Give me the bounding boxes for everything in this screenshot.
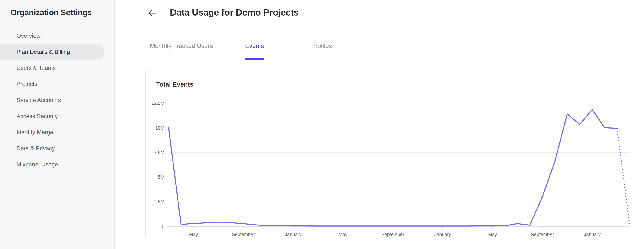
- tab-events[interactable]: Events: [245, 42, 264, 49]
- x-axis-label-7-september: September: [531, 232, 554, 237]
- total-events-card: Total Events 02.5M5M7.5M10M12.5MMaySepte…: [146, 70, 634, 240]
- sidebar-item-projects[interactable]: Projects: [0, 76, 104, 92]
- sidebar-item-access-security[interactable]: Access Security: [0, 108, 104, 124]
- tabs-divider: [146, 60, 634, 60]
- page-title: Data Usage for Demo Projects: [170, 7, 299, 17]
- y-axis-label-12.5M: 12.5M: [152, 101, 164, 106]
- total-events-line-projected-dotted: [617, 128, 630, 225]
- y-axis-label-10M: 10M: [155, 125, 164, 130]
- x-axis-label-3-may: May: [339, 232, 348, 237]
- x-axis-label-1-september: September: [232, 232, 255, 237]
- back-button[interactable]: [147, 8, 158, 18]
- tabs: Monthly Tracked UsersEventsProfiles: [0, 41, 644, 60]
- y-axis-label-7.5M: 7.5M: [154, 150, 164, 155]
- y-axis-label-2.5M: 2.5M: [154, 199, 164, 204]
- x-axis-label-8-january: January: [584, 232, 600, 237]
- sidebar-item-mixpanel-usage[interactable]: Mixpanel Usage: [0, 156, 104, 173]
- sidebar-item-data-privacy[interactable]: Data & Privacy: [0, 140, 104, 156]
- tab-monthly-tracked-users[interactable]: Monthly Tracked Users: [150, 42, 213, 49]
- x-axis-label-4-september: September: [382, 232, 404, 237]
- x-axis-label-0-may: May: [189, 232, 198, 237]
- sidebar-item-users-teams[interactable]: Users & Teams: [0, 60, 104, 76]
- x-axis-label-2-january: January: [285, 232, 302, 237]
- arrow-left-icon: [147, 8, 158, 18]
- total-events-line: [168, 110, 617, 226]
- x-axis-label-6-may: May: [488, 232, 497, 237]
- tab-profiles[interactable]: Profiles: [311, 42, 332, 49]
- chart-title: Total Events: [156, 81, 194, 88]
- x-axis-label-5-january: January: [434, 232, 451, 237]
- sidebar-item-identity-merge[interactable]: Identity Merge: [0, 124, 104, 140]
- events-chart[interactable]: 02.5M5M7.5M10M12.5MMaySeptemberJanuaryMa…: [146, 98, 634, 239]
- y-axis-label-0: 0: [162, 224, 164, 229]
- sidebar-item-service-accounts[interactable]: Service Accounts: [0, 92, 104, 108]
- organization-settings-sidebar: Organization Settings OverviewPlan Detai…: [0, 0, 114, 249]
- y-axis-label-5M: 5M: [158, 174, 164, 180]
- sidebar-title: Organization Settings: [10, 8, 92, 17]
